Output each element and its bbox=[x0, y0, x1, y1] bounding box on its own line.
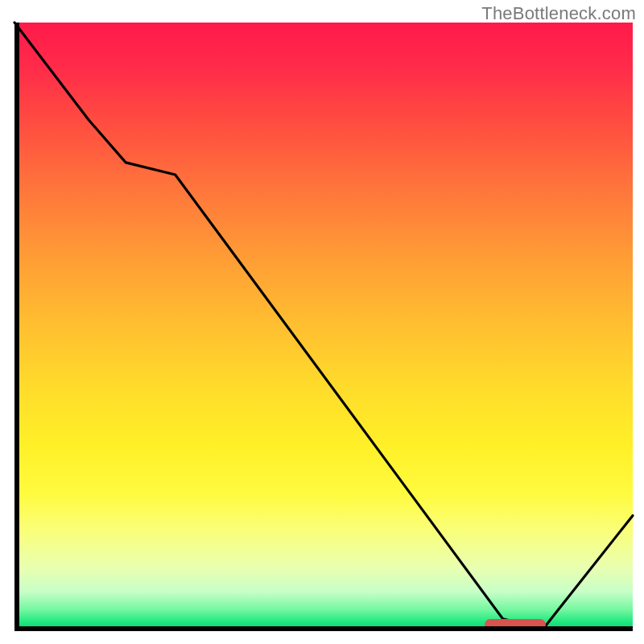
bottleneck-curve-path bbox=[14, 23, 633, 625]
chart bbox=[14, 23, 633, 631]
plot-area bbox=[14, 23, 633, 631]
attribution-text: TheBottleneck.com bbox=[481, 3, 636, 24]
chart-wrapper: TheBottleneck.com bbox=[0, 0, 644, 644]
optimal-range-marker bbox=[485, 619, 547, 630]
line-layer bbox=[14, 23, 633, 631]
